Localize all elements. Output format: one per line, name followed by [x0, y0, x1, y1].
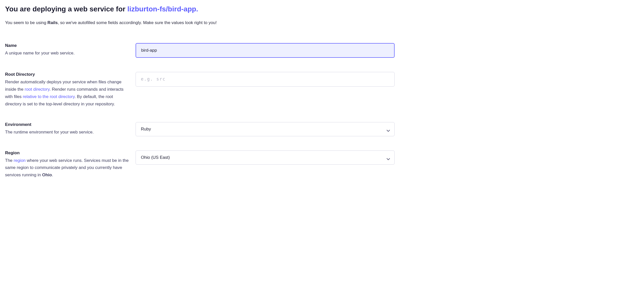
root-directory-input[interactable]	[136, 72, 395, 87]
environment-label: Environment	[5, 122, 130, 127]
intro-prefix: You seem to be using	[5, 20, 48, 25]
environment-row: Environment The runtime environment for …	[5, 122, 395, 136]
region-row: Region The region where your web service…	[5, 150, 395, 179]
root-directory-link[interactable]: root directory	[25, 87, 50, 92]
region-label: Region	[5, 150, 130, 156]
intro-suffix: , so we've autofilled some fields accord…	[58, 20, 217, 25]
name-input[interactable]	[136, 43, 395, 58]
root-directory-label: Root Directory	[5, 72, 130, 77]
region-select[interactable]: Ohio (US East)	[136, 150, 395, 165]
name-label: Name	[5, 43, 130, 48]
repo-name: lizburton-fs/bird-app.	[127, 5, 198, 13]
environment-help: The runtime environment for your web ser…	[5, 129, 130, 136]
environment-select[interactable]: Ruby	[136, 122, 395, 136]
page-title-prefix: You are deploying a web service for	[5, 5, 127, 13]
name-row: Name A unique name for your web service.	[5, 43, 395, 58]
current-region: Ohio	[42, 172, 52, 177]
page-title: You are deploying a web service for lizb…	[5, 5, 395, 13]
root-directory-row: Root Directory Render automatically depl…	[5, 72, 395, 108]
relative-root-link[interactable]: relative to the root directory	[23, 94, 75, 99]
region-help: The region where your web service runs. …	[5, 157, 130, 179]
framework-name: Rails	[48, 20, 58, 25]
name-help: A unique name for your web service.	[5, 50, 130, 57]
root-directory-help: Render automatically deploys your servic…	[5, 79, 130, 108]
intro-text: You seem to be using Rails, so we've aut…	[5, 20, 395, 25]
region-link[interactable]: region	[14, 158, 26, 163]
